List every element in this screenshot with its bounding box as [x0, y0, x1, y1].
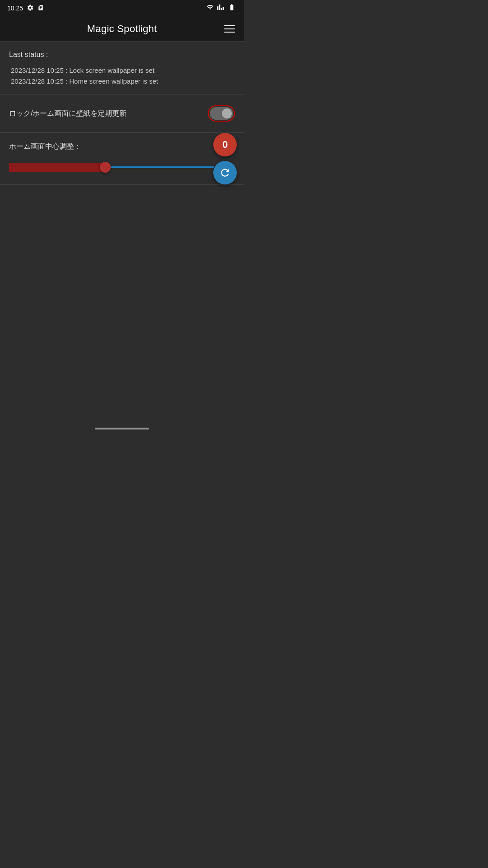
status-bar-right [206, 4, 237, 13]
fab-container: 0 [213, 133, 237, 184]
main-content: Last status : 2023/12/28 10:25 : Lock sc… [0, 42, 244, 185]
signal-icon [217, 4, 224, 13]
app-title: Magic Spotlight [87, 23, 157, 35]
status-log-lock: 2023/12/28 10:25 : Lock screen wallpaper… [9, 65, 235, 76]
home-indicator [95, 428, 149, 429]
slider-container[interactable] [9, 163, 214, 172]
reset-value-button[interactable]: 0 [213, 133, 237, 156]
menu-line-3 [224, 32, 235, 33]
slider-thumb[interactable] [100, 162, 111, 173]
wallpaper-toggle-section: ロック/ホーム画面に壁紙を定期更新 [0, 94, 244, 133]
wallpaper-toggle-label: ロック/ホーム画面に壁紙を定期更新 [9, 109, 127, 118]
reset-value-label: 0 [222, 139, 228, 151]
home-center-adjust-title: ホーム画面中心調整： [9, 142, 235, 151]
home-center-adjust-section: ホーム画面中心調整： 0 0 [0, 133, 244, 185]
toggle-thumb [222, 108, 232, 118]
slider-track-left [9, 163, 105, 172]
slider-row: 0 [9, 162, 235, 172]
wallpaper-toggle[interactable] [210, 107, 233, 120]
time-display: 10:25 [7, 5, 23, 12]
status-bar: 10:25 [0, 0, 244, 16]
menu-line-1 [224, 25, 235, 26]
battery-icon [227, 4, 237, 13]
last-status-title: Last status : [9, 51, 235, 59]
menu-icon[interactable] [222, 24, 237, 34]
sim-icon [38, 4, 44, 13]
refresh-icon [219, 167, 231, 179]
wifi-icon [206, 4, 214, 13]
app-bar: Magic Spotlight [0, 16, 244, 42]
menu-line-2 [224, 28, 235, 29]
gear-icon [27, 4, 34, 13]
last-status-section: Last status : 2023/12/28 10:25 : Lock sc… [0, 42, 244, 94]
refresh-button[interactable] [213, 161, 237, 184]
status-log-home: 2023/12/28 10:25 : Home screen wallpaper… [9, 76, 235, 87]
status-bar-left: 10:25 [7, 4, 44, 13]
toggle-wrapper[interactable] [208, 105, 235, 122]
